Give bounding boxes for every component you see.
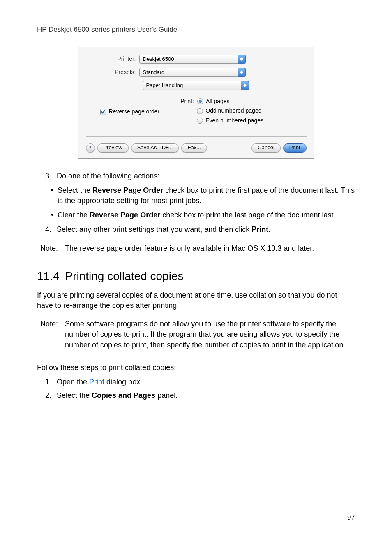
note-reverse-page: Note: The reverse page order feature is …	[40, 243, 355, 254]
printer-dropdown-value: Deskjet 6500	[143, 55, 174, 63]
options-section: Reverse page order Print: All pages Odd …	[86, 94, 307, 134]
radio-odd-row: Odd numbered pages	[197, 107, 263, 115]
section-title: Printing collated copies	[65, 268, 184, 284]
fax-button[interactable]: Fax...	[181, 143, 207, 153]
note-label: Note:	[40, 243, 65, 254]
print-dialog-screenshot: Printer: Deskjet 6500 Presets: Standard …	[78, 47, 314, 159]
help-button[interactable]: ?	[86, 143, 95, 153]
step-number: 4.	[45, 224, 57, 235]
radio-even-pages[interactable]	[197, 118, 203, 124]
cancel-button[interactable]: Cancel	[251, 143, 280, 153]
pane-row: Paper Handling	[86, 81, 307, 90]
reverse-page-order-checkbox[interactable]	[100, 109, 106, 115]
note-text: The reverse page order feature is only a…	[65, 243, 355, 254]
print-button[interactable]: Print	[283, 143, 307, 153]
presets-dropdown-value: Standard	[143, 69, 165, 76]
step-text: Open the Print dialog box.	[57, 377, 355, 387]
page-number: 97	[347, 513, 355, 522]
dropdown-arrow-icon	[241, 81, 249, 90]
bullet-text: Clear the Reverse Page Order check box t…	[58, 210, 335, 220]
step-number: 2.	[45, 390, 57, 401]
reverse-page-order-label: Reverse page order	[109, 108, 160, 116]
follow-steps-text: Follow these steps to print collated cop…	[37, 363, 355, 373]
radio-all-label: All pages	[206, 97, 230, 106]
radio-even-label: Even numbered pages	[205, 117, 263, 125]
printer-row: Printer: Deskjet 6500	[86, 55, 307, 64]
step-text: Select the Copies and Pages panel.	[57, 390, 355, 401]
section-heading: 11.4 Printing collated copies	[37, 268, 355, 284]
preview-button[interactable]: Preview	[97, 143, 129, 153]
presets-label: Presets:	[86, 68, 139, 76]
note-label: Note:	[40, 319, 65, 350]
print-link[interactable]: Print	[89, 378, 104, 386]
printer-label: Printer:	[86, 55, 139, 63]
bullet-marker: •	[51, 210, 58, 220]
step-text: Select any other print settings that you…	[57, 224, 355, 235]
radio-odd-pages[interactable]	[197, 108, 203, 114]
step-number: 3.	[45, 171, 57, 181]
save-as-pdf-button[interactable]: Save As PDF...	[131, 143, 179, 153]
presets-row: Presets: Standard	[86, 68, 307, 77]
dropdown-arrow-icon	[238, 68, 246, 77]
page-header: HP Deskjet 6500 series printers User's G…	[37, 25, 355, 35]
checkmark-icon	[101, 109, 106, 114]
section-number: 11.4	[37, 268, 60, 284]
radio-odd-label: Odd numbered pages	[205, 107, 261, 115]
divider-line	[253, 85, 307, 85]
bullet-select: • Select the Reverse Page Order check bo…	[51, 185, 355, 206]
step-text: Do one of the following actions:	[57, 171, 355, 181]
presets-dropdown[interactable]: Standard	[139, 68, 246, 77]
radio-all-row: Print: All pages	[180, 97, 263, 106]
body-content: 3. Do one of the following actions: • Se…	[37, 171, 355, 401]
reverse-page-order-container: Reverse page order	[100, 97, 172, 127]
print-label: Print:	[180, 97, 194, 106]
pane-dropdown-value: Paper Handling	[146, 82, 183, 89]
dialog-divider	[86, 136, 307, 137]
step-3: 3. Do one of the following actions:	[45, 171, 355, 181]
print-radio-section: Print: All pages Odd numbered pages Even…	[171, 97, 263, 127]
printer-dropdown[interactable]: Deskjet 6500	[139, 55, 246, 64]
pane-dropdown[interactable]: Paper Handling	[143, 81, 249, 90]
radio-even-row: Even numbered pages	[197, 117, 263, 125]
radio-all-pages[interactable]	[197, 98, 203, 104]
intro-paragraph: If you are printing several copies of a …	[37, 290, 355, 311]
collated-step-1: 1. Open the Print dialog box.	[45, 377, 355, 387]
dropdown-arrow-icon	[238, 55, 246, 64]
note-text: Some software programs do not allow you …	[65, 319, 355, 350]
dialog-buttons-row: ? Preview Save As PDF... Fax... Cancel P…	[86, 139, 307, 153]
collated-step-2: 2. Select the Copies and Pages panel.	[45, 390, 355, 401]
note-collated: Note: Some software programs do not allo…	[40, 319, 355, 350]
bullet-clear: • Clear the Reverse Page Order check box…	[51, 210, 355, 220]
bullet-marker: •	[51, 185, 58, 206]
divider-line	[86, 85, 139, 85]
step-4: 4. Select any other print settings that …	[45, 224, 355, 235]
bullet-text: Select the Reverse Page Order check box …	[58, 185, 355, 206]
step-number: 1.	[45, 377, 57, 387]
